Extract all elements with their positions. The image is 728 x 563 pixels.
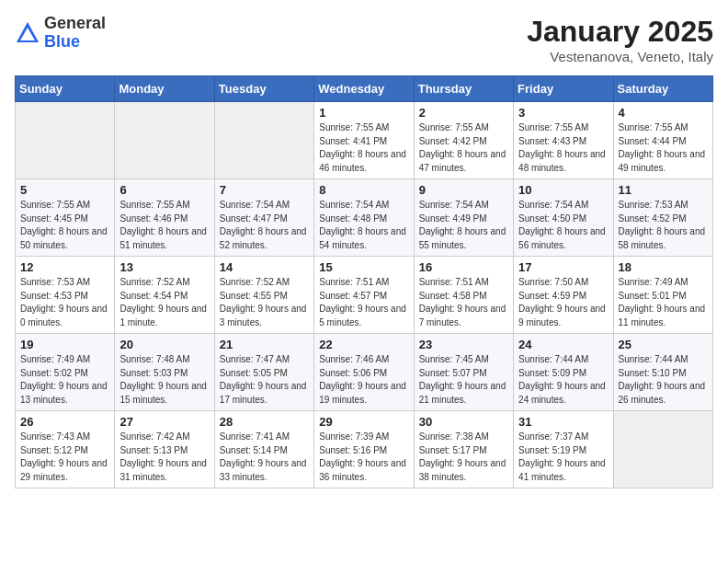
day-number: 28 [220,415,309,429]
day-info: Sunrise: 7:49 AM Sunset: 5:02 PM Dayligh… [20,353,109,407]
calendar-cell: 11Sunrise: 7:53 AM Sunset: 4:52 PM Dayli… [613,179,712,257]
day-info: Sunrise: 7:49 AM Sunset: 5:01 PM Dayligh… [619,276,708,329]
logo-general: General [44,14,106,32]
calendar-cell: 1Sunrise: 7:55 AM Sunset: 4:41 PM Daylig… [314,102,414,179]
day-info: Sunrise: 7:55 AM Sunset: 4:43 PM Dayligh… [518,121,608,175]
calendar-cell: 18Sunrise: 7:49 AM Sunset: 5:01 PM Dayli… [613,257,712,334]
day-info: Sunrise: 7:50 AM Sunset: 4:59 PM Dayligh… [518,276,608,329]
logo: General Blue [15,15,106,52]
day-number: 6 [119,183,209,197]
col-wednesday: Wednesday [314,76,414,102]
day-number: 19 [20,338,109,351]
day-info: Sunrise: 7:51 AM Sunset: 4:57 PM Dayligh… [319,276,408,329]
calendar-cell: 19Sunrise: 7:49 AM Sunset: 5:02 PM Dayli… [16,334,115,411]
col-tuesday: Tuesday [214,76,313,102]
day-number: 14 [220,260,309,274]
calendar-cell: 25Sunrise: 7:44 AM Sunset: 5:10 PM Dayli… [613,334,712,411]
calendar-cell: 26Sunrise: 7:43 AM Sunset: 5:12 PM Dayli… [16,411,115,488]
calendar-cell: 31Sunrise: 7:37 AM Sunset: 5:19 PM Dayli… [514,411,613,488]
day-number: 31 [518,415,608,429]
day-info: Sunrise: 7:55 AM Sunset: 4:45 PM Dayligh… [20,199,109,252]
calendar-cell: 15Sunrise: 7:51 AM Sunset: 4:57 PM Dayli… [314,257,414,334]
day-info: Sunrise: 7:53 AM Sunset: 4:53 PM Dayligh… [20,276,109,329]
day-info: Sunrise: 7:54 AM Sunset: 4:50 PM Dayligh… [518,199,608,252]
calendar-cell: 8Sunrise: 7:54 AM Sunset: 4:48 PM Daylig… [314,179,414,257]
day-number: 11 [619,183,708,197]
calendar-cell: 9Sunrise: 7:54 AM Sunset: 4:49 PM Daylig… [414,179,513,257]
day-number: 4 [619,106,708,120]
day-number: 5 [20,183,109,197]
calendar-cell: 6Sunrise: 7:55 AM Sunset: 4:46 PM Daylig… [115,179,214,257]
day-info: Sunrise: 7:52 AM Sunset: 4:54 PM Dayligh… [119,276,209,329]
calendar-week-5: 26Sunrise: 7:43 AM Sunset: 5:12 PM Dayli… [16,411,713,488]
day-number: 26 [20,415,109,429]
calendar-week-3: 12Sunrise: 7:53 AM Sunset: 4:53 PM Dayli… [16,257,713,334]
calendar-cell: 13Sunrise: 7:52 AM Sunset: 4:54 PM Dayli… [115,257,214,334]
day-info: Sunrise: 7:55 AM Sunset: 4:41 PM Dayligh… [319,121,408,175]
calendar-cell [115,102,214,179]
day-info: Sunrise: 7:46 AM Sunset: 5:06 PM Dayligh… [319,353,408,407]
logo-blue: Blue [44,32,80,51]
calendar-table: Sunday Monday Tuesday Wednesday Thursday… [15,75,713,488]
day-number: 17 [518,260,608,274]
day-info: Sunrise: 7:44 AM Sunset: 5:09 PM Dayligh… [518,353,608,407]
day-info: Sunrise: 7:48 AM Sunset: 5:03 PM Dayligh… [119,353,209,407]
day-info: Sunrise: 7:55 AM Sunset: 4:46 PM Dayligh… [119,199,209,252]
day-info: Sunrise: 7:38 AM Sunset: 5:17 PM Dayligh… [419,431,508,484]
day-number: 21 [220,338,309,351]
title-block: January 2025 Vestenanova, Veneto, Italy [527,15,713,64]
calendar-cell: 7Sunrise: 7:54 AM Sunset: 4:47 PM Daylig… [214,179,313,257]
day-info: Sunrise: 7:51 AM Sunset: 4:58 PM Dayligh… [419,276,508,329]
col-thursday: Thursday [414,76,513,102]
calendar-cell: 29Sunrise: 7:39 AM Sunset: 5:16 PM Dayli… [314,411,414,488]
day-number: 1 [319,106,408,120]
day-info: Sunrise: 7:53 AM Sunset: 4:52 PM Dayligh… [619,199,708,252]
col-sunday: Sunday [16,76,115,102]
month-title: January 2025 [527,15,713,49]
day-info: Sunrise: 7:43 AM Sunset: 5:12 PM Dayligh… [20,431,109,484]
day-info: Sunrise: 7:54 AM Sunset: 4:48 PM Dayligh… [319,199,408,252]
day-info: Sunrise: 7:41 AM Sunset: 5:14 PM Dayligh… [220,431,309,484]
calendar-cell [613,411,712,488]
day-number: 9 [419,183,508,197]
day-number: 13 [119,260,209,274]
day-info: Sunrise: 7:52 AM Sunset: 4:55 PM Dayligh… [220,276,309,329]
day-info: Sunrise: 7:54 AM Sunset: 4:49 PM Dayligh… [419,199,508,252]
calendar-cell: 4Sunrise: 7:55 AM Sunset: 4:44 PM Daylig… [613,102,712,179]
calendar-week-2: 5Sunrise: 7:55 AM Sunset: 4:45 PM Daylig… [16,179,713,257]
day-number: 27 [119,415,209,429]
calendar-cell: 10Sunrise: 7:54 AM Sunset: 4:50 PM Dayli… [514,179,613,257]
day-number: 29 [319,415,408,429]
col-monday: Monday [115,76,214,102]
day-number: 23 [419,338,508,351]
day-info: Sunrise: 7:47 AM Sunset: 5:05 PM Dayligh… [220,353,309,407]
day-number: 22 [319,338,408,351]
day-info: Sunrise: 7:39 AM Sunset: 5:16 PM Dayligh… [319,431,408,484]
day-number: 15 [319,260,408,274]
day-number: 2 [419,106,508,120]
day-info: Sunrise: 7:45 AM Sunset: 5:07 PM Dayligh… [419,353,508,407]
day-info: Sunrise: 7:55 AM Sunset: 4:42 PM Dayligh… [419,121,508,175]
calendar-week-1: 1Sunrise: 7:55 AM Sunset: 4:41 PM Daylig… [16,102,713,179]
calendar-header: Sunday Monday Tuesday Wednesday Thursday… [16,76,713,102]
calendar-cell: 5Sunrise: 7:55 AM Sunset: 4:45 PM Daylig… [16,179,115,257]
page-header: General Blue January 2025 Vestenanova, V… [15,15,713,64]
day-number: 18 [619,260,708,274]
calendar-cell: 30Sunrise: 7:38 AM Sunset: 5:17 PM Dayli… [414,411,513,488]
calendar-cell [16,102,115,179]
calendar-body: 1Sunrise: 7:55 AM Sunset: 4:41 PM Daylig… [16,102,713,488]
day-info: Sunrise: 7:55 AM Sunset: 4:44 PM Dayligh… [619,121,708,175]
col-friday: Friday [514,76,613,102]
day-info: Sunrise: 7:42 AM Sunset: 5:13 PM Dayligh… [119,431,209,484]
calendar-cell: 21Sunrise: 7:47 AM Sunset: 5:05 PM Dayli… [214,334,313,411]
day-number: 16 [419,260,508,274]
day-number: 20 [119,338,209,351]
calendar-cell: 3Sunrise: 7:55 AM Sunset: 4:43 PM Daylig… [514,102,613,179]
day-number: 30 [419,415,508,429]
calendar-cell: 24Sunrise: 7:44 AM Sunset: 5:09 PM Dayli… [514,334,613,411]
day-number: 10 [518,183,608,197]
day-info: Sunrise: 7:54 AM Sunset: 4:47 PM Dayligh… [220,199,309,252]
day-info: Sunrise: 7:44 AM Sunset: 5:10 PM Dayligh… [619,353,708,407]
day-number: 3 [518,106,608,120]
calendar-cell: 22Sunrise: 7:46 AM Sunset: 5:06 PM Dayli… [314,334,414,411]
